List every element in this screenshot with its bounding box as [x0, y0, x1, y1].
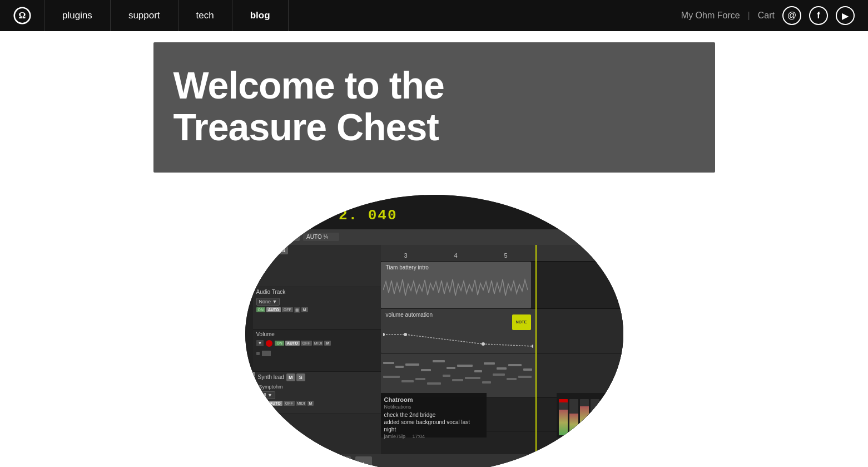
- automation-clip[interactable]: volume automation NOTE: [381, 309, 537, 353]
- youtube-icon: ▶: [842, 11, 849, 21]
- cart-link[interactable]: Cart: [758, 11, 775, 21]
- meter-4: [591, 399, 599, 435]
- solo-button-synth[interactable]: S: [296, 373, 305, 381]
- track-name-bass: Bass: [256, 416, 269, 422]
- tool-note[interactable]: ♪: [355, 456, 372, 467]
- auto-btn-audio[interactable]: AUTO: [266, 307, 281, 312]
- snap-button[interactable]: Snap: [250, 233, 270, 241]
- m-btn-synth[interactable]: M: [307, 401, 314, 406]
- add-btn-vol[interactable]: [256, 352, 260, 355]
- on-btn-audio[interactable]: ON: [256, 307, 266, 312]
- auto-select[interactable]: AUTO ¼: [303, 233, 339, 241]
- automation-label: volume automation: [383, 310, 436, 319]
- meter-2: [569, 399, 578, 435]
- time-display: 0006. 1. 2. 040: [251, 207, 618, 224]
- facebook-icon-btn[interactable]: f: [809, 6, 828, 25]
- relative-select[interactable]: Relative: [273, 233, 300, 241]
- nav-support[interactable]: support: [111, 0, 178, 31]
- meters-panel: [557, 393, 623, 437]
- tracks-area: ttery M S ✦: [245, 245, 623, 456]
- svg-text:Ω: Ω: [18, 11, 26, 20]
- auto-btn-synth[interactable]: AUTO: [268, 401, 282, 406]
- audio-clip-label: Tiam battery intro: [383, 263, 431, 272]
- timeline-ruler: 3 4 5: [381, 245, 623, 262]
- bar-beat: Bar Beat 4.8: [564, 199, 612, 205]
- tool-pencil[interactable]: ✏: [271, 456, 287, 467]
- email-icon-btn[interactable]: @: [782, 6, 801, 25]
- playhead: [535, 245, 537, 456]
- track-left-panel: ttery M S ✦: [253, 245, 381, 456]
- snap-bar: Snap Relative AUTO ¼: [245, 229, 623, 245]
- chatroom-title: Chatroom: [384, 396, 483, 403]
- midi-notes-svg: [381, 353, 537, 398]
- svg-rect-14: [474, 370, 482, 372]
- svg-rect-25: [465, 377, 480, 379]
- tool-select[interactable]: ▲: [250, 456, 266, 467]
- plugin-name-synth: Symptohm: [259, 384, 283, 390]
- synth-midi-row: [381, 353, 623, 398]
- midi-btn-vol[interactable]: MIDI: [313, 341, 324, 346]
- ruler-mark-3: 3: [381, 252, 431, 259]
- down-btn-vol[interactable]: ▼: [256, 340, 264, 346]
- meter-3: [580, 399, 589, 435]
- waveform-svg: [383, 276, 528, 304]
- svg-rect-7: [383, 362, 394, 364]
- scroll-handle[interactable]: [247, 247, 251, 269]
- navigation: Ω plugins support tech blog My Ohm Force…: [0, 0, 868, 31]
- on-btn-synth[interactable]: ON: [258, 401, 267, 406]
- track-timeline: 3 4 5 Tiam battery intro: [381, 245, 623, 456]
- auto-btn-vol[interactable]: AUTO: [285, 341, 300, 346]
- fx-button-battery[interactable]: ✦: [256, 257, 265, 266]
- input-select-audio[interactable]: None ▼: [256, 298, 280, 306]
- svg-point-4: [482, 342, 485, 346]
- svg-rect-22: [427, 382, 441, 385]
- mute-button-battery[interactable]: M: [269, 247, 278, 254]
- daw-mockup: Measures 0006. 1. 2. 040 Bar Beat 4.8 Sn…: [245, 195, 623, 467]
- tool-brush[interactable]: 🖌: [292, 456, 309, 467]
- track-row-battery: ttery M S ✦: [253, 245, 381, 287]
- nav-plugins[interactable]: plugins: [44, 0, 111, 31]
- midi-btn-synth[interactable]: MIDI: [296, 401, 306, 406]
- youtube-icon-btn[interactable]: ▶: [836, 6, 855, 25]
- solo-button-battery[interactable]: S: [279, 247, 288, 254]
- logo[interactable]: Ω: [0, 0, 44, 31]
- m-btn-vol[interactable]: M: [324, 341, 331, 346]
- track-add-btn-vol[interactable]: [262, 351, 271, 356]
- svg-rect-10: [421, 369, 431, 371]
- audio-clip-battery[interactable]: Tiam battery intro: [381, 262, 531, 308]
- svg-rect-23: [443, 375, 450, 377]
- off-btn-synth[interactable]: OFF: [284, 401, 295, 406]
- extra-btn-audio[interactable]: ▦: [294, 307, 300, 313]
- track-name-battery: ttery: [256, 247, 267, 253]
- off-btn-audio[interactable]: OFF: [282, 307, 293, 312]
- ruler-mark-5: 5: [481, 252, 531, 259]
- on-btn-vol[interactable]: ON: [275, 341, 284, 346]
- tool-scissors[interactable]: ✂: [313, 456, 330, 467]
- page-content: Welcome to the Treasure Chest Measures 0…: [0, 31, 868, 467]
- automation-curve: [383, 332, 533, 348]
- chat-message-1: check the 2nd bridge: [384, 411, 483, 419]
- off-btn-vol[interactable]: OFF: [301, 341, 312, 346]
- record-btn-vol[interactable]: [266, 340, 272, 347]
- meter-5: [601, 399, 610, 435]
- svg-rect-21: [415, 378, 425, 380]
- chatroom-notif: Notifications: [384, 404, 483, 410]
- track-name-synth: Synth lead: [258, 374, 284, 380]
- meter-1: [559, 399, 568, 435]
- svg-rect-24: [452, 379, 463, 381]
- input-select-synth[interactable]: All ▼: [258, 391, 275, 399]
- nav-tech[interactable]: tech: [178, 0, 232, 31]
- track-type-bass: Audio Track: [256, 425, 378, 431]
- my-ohm-force-link[interactable]: My Ohm Force: [681, 11, 740, 21]
- email-icon: @: [787, 11, 796, 21]
- daw-time-display: Measures 0006. 1. 2. 040 Bar Beat 4.8: [245, 195, 623, 229]
- track-name-volume: Volume: [256, 331, 275, 337]
- m-btn-audio[interactable]: M: [301, 307, 308, 312]
- track-name-audio: Audio Track: [256, 289, 286, 295]
- tool-hand[interactable]: ✋: [334, 456, 351, 467]
- svg-rect-8: [395, 366, 404, 368]
- nav-blog[interactable]: blog: [232, 0, 289, 31]
- meter-6: [612, 399, 621, 435]
- daw-screenshot-container: Measures 0006. 1. 2. 040 Bar Beat 4.8 Sn…: [245, 195, 623, 467]
- mute-button-synth[interactable]: M: [286, 373, 295, 381]
